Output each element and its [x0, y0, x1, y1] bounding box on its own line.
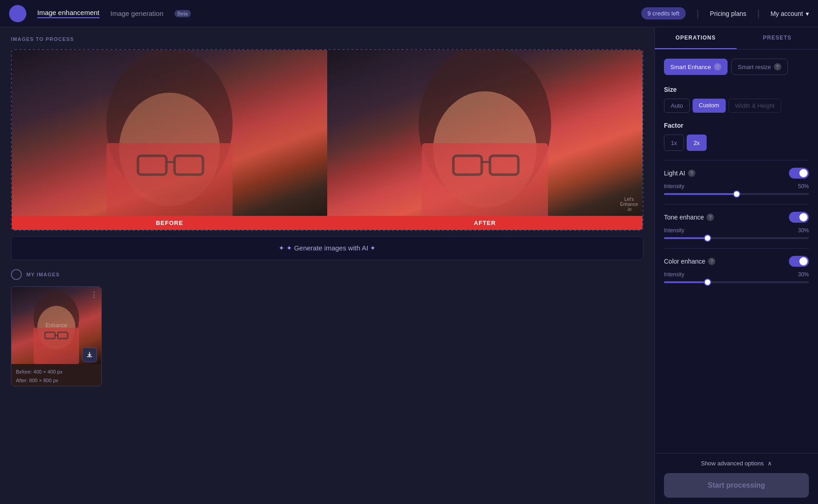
svg-rect-15 [34, 328, 79, 364]
header: Image enhancement Image generation Beta … [0, 0, 818, 27]
light-ai-slider[interactable] [664, 193, 809, 195]
tone-enhance-intensity-label: Intensity [664, 227, 684, 234]
divider-2 [664, 204, 809, 205]
light-ai-slider-thumb[interactable] [733, 190, 740, 198]
after-label: AFTER [327, 216, 643, 230]
color-enhance-label-group: Color enhance ? [664, 258, 715, 265]
factor-2x-button[interactable]: 2x [687, 135, 707, 151]
before-label: BEFORE [12, 216, 327, 230]
light-ai-toggle-row: Light AI ? [664, 168, 809, 179]
generate-label: Generate images with AI [294, 244, 368, 252]
smart-enhance-button[interactable]: Smart Enhance ? [664, 59, 728, 75]
smart-resize-button[interactable]: Smart resize ? [731, 59, 788, 75]
nav-image-generation[interactable]: Image generation [110, 10, 164, 17]
chevron-up-icon: ∧ [768, 460, 772, 467]
thumbnail-after-size: After: 800 × 800 px [16, 376, 97, 385]
main-layout: IMAGES TO PROCESS [0, 27, 818, 504]
tone-enhance-toggle-row: Tone enhance ? [664, 212, 809, 223]
tone-enhance-label: Tone enhance [664, 214, 704, 221]
app-logo [9, 5, 26, 22]
sparkle-icon-left: ✦ ✦ [279, 244, 292, 252]
tone-enhance-section: Tone enhance ? Intensity 30% [664, 212, 809, 239]
sparkle-icon-right: ✦ [370, 244, 376, 252]
light-ai-section: Light AI ? Intensity 50% [664, 168, 809, 195]
color-enhance-slider[interactable] [664, 281, 809, 283]
size-options: Auto Custom Width & Height [664, 99, 809, 113]
my-images-header: MY IMAGES [11, 269, 643, 280]
factor-section: Factor 1x 2x [664, 122, 809, 151]
my-account-label: My account [770, 10, 803, 17]
pricing-plans-link[interactable]: Pricing plans [710, 10, 746, 17]
before-photo [12, 50, 327, 230]
bottom-actions: Show advanced options ∧ Start processing [655, 453, 818, 504]
smart-enhance-label: Smart Enhance [670, 64, 711, 70]
images-to-process-label: IMAGES TO PROCESS [11, 36, 643, 42]
factor-options: 1x 2x [664, 135, 809, 151]
factor-label: Factor [664, 122, 809, 129]
operation-type-buttons: Smart Enhance ? Smart resize ? [664, 59, 809, 75]
color-enhance-info-icon[interactable]: ? [708, 258, 715, 265]
chevron-down-icon: ▾ [806, 10, 809, 17]
my-account-menu[interactable]: My account ▾ [770, 10, 809, 17]
operations-tabs: OPERATIONS PRESETS [655, 27, 818, 50]
light-ai-info-icon[interactable]: ? [688, 170, 695, 177]
left-panel: IMAGES TO PROCESS [0, 27, 654, 504]
smart-resize-label: Smart resize [738, 64, 771, 70]
color-enhance-section: Color enhance ? Intensity 30% [664, 256, 809, 283]
download-button[interactable] [82, 348, 97, 362]
tone-enhance-toggle[interactable] [789, 212, 809, 223]
show-advanced-options[interactable]: Show advanced options ∧ [664, 460, 809, 467]
smart-enhance-info-icon[interactable]: ? [714, 63, 721, 70]
credits-display: 9 credits left [641, 7, 686, 20]
color-enhance-slider-fill [664, 281, 708, 283]
right-panel-content: Smart Enhance ? Smart resize ? Size Auto… [655, 50, 818, 453]
download-icon [86, 352, 93, 358]
light-ai-label: Light AI [664, 170, 685, 177]
tone-enhance-slider[interactable] [664, 237, 809, 239]
color-enhance-intensity-row: Intensity 30% [664, 271, 809, 278]
image-preview-area[interactable]: BEFORE Let's Enhance .io AFTER [11, 49, 643, 231]
tab-operations[interactable]: OPERATIONS [655, 27, 737, 49]
divider-1 [664, 160, 809, 160]
size-label: Size [664, 86, 809, 93]
before-image: BEFORE [12, 50, 327, 230]
tone-enhance-info-icon[interactable]: ? [707, 214, 714, 221]
after-image: Let's Enhance .io AFTER [327, 50, 643, 230]
tone-enhance-slider-thumb[interactable] [704, 235, 711, 242]
color-enhance-slider-thumb[interactable] [704, 279, 711, 286]
size-auto-button[interactable]: Auto [664, 99, 690, 113]
size-width-height-button[interactable]: Width & Height [728, 99, 782, 113]
light-ai-intensity-row: Intensity 50% [664, 183, 809, 190]
thumbnail-options-button[interactable]: ⋮ [90, 290, 98, 299]
smart-resize-info-icon[interactable]: ? [774, 63, 781, 70]
size-custom-button[interactable]: Custom [693, 99, 726, 113]
light-ai-intensity-label: Intensity [664, 183, 684, 190]
thumbnail-before-size: Before: 400 × 400 px [16, 368, 97, 376]
color-enhance-toggle-row: Color enhance ? [664, 256, 809, 267]
enhance-overlay-text: Enhance [45, 322, 67, 329]
my-images-label: MY IMAGES [26, 272, 60, 277]
tone-enhance-slider-fill [664, 237, 708, 239]
thumbnail-card[interactable]: Enhance ⋮ Before: 400 × 400 px After: 80… [11, 286, 102, 386]
tab-presets[interactable]: PRESETS [737, 27, 818, 49]
size-section: Size Auto Custom Width & Height [664, 86, 809, 113]
nav-image-enhancement[interactable]: Image enhancement [37, 9, 100, 18]
tone-enhance-intensity-value: 30% [798, 227, 809, 234]
color-enhance-toggle[interactable] [789, 256, 809, 267]
light-ai-intensity-value: 50% [798, 183, 809, 190]
light-ai-toggle[interactable] [789, 168, 809, 179]
generate-images-bar[interactable]: ✦ ✦ Generate images with AI ✦ [11, 236, 643, 260]
beta-badge: Beta [175, 10, 191, 17]
color-enhance-intensity-value: 30% [798, 271, 809, 278]
tone-enhance-intensity-row: Intensity 30% [664, 227, 809, 234]
my-images-toggle-icon[interactable] [11, 269, 22, 280]
start-processing-button[interactable]: Start processing [664, 473, 809, 498]
after-photo: Let's Enhance .io [327, 50, 643, 230]
light-ai-slider-fill [664, 193, 737, 195]
thumbnail-info: Before: 400 × 400 px After: 800 × 800 px [11, 364, 101, 386]
right-panel: OPERATIONS PRESETS Smart Enhance ? Smart… [654, 27, 818, 504]
color-enhance-intensity-label: Intensity [664, 271, 684, 278]
header-divider: | [697, 8, 699, 19]
factor-1x-button[interactable]: 1x [664, 135, 684, 151]
tone-enhance-label-group: Tone enhance ? [664, 214, 714, 221]
